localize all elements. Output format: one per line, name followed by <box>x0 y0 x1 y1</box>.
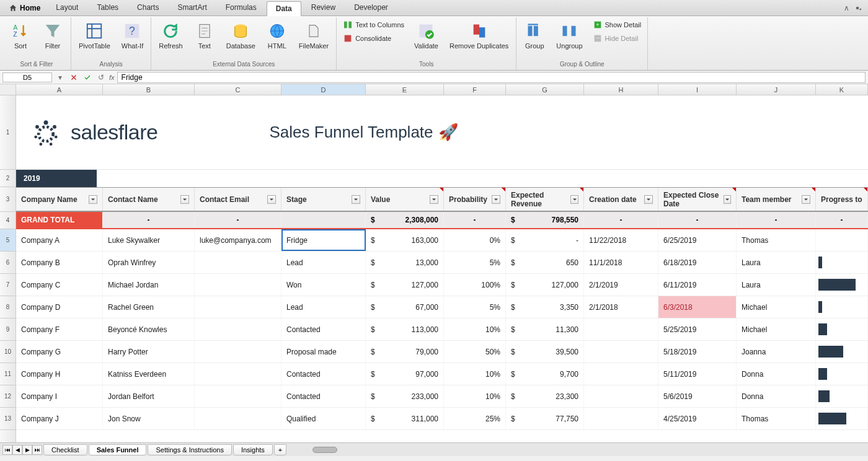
add-sheet-button[interactable]: + <box>274 444 286 455</box>
tab-data[interactable]: Data <box>267 1 301 16</box>
row-header[interactable]: 4 <box>0 212 16 229</box>
name-dropdown-icon[interactable]: ▾ <box>55 72 66 83</box>
column-header[interactable]: I <box>658 84 737 95</box>
column-header[interactable]: J <box>737 84 816 95</box>
total-cell[interactable]: - <box>816 212 868 228</box>
row-header[interactable]: 1 <box>0 95 16 170</box>
filter-dropdown-icon[interactable] <box>802 195 810 204</box>
total-cell[interactable]: - <box>195 212 281 228</box>
table-cell[interactable]: Thomas <box>737 229 816 251</box>
table-cell[interactable] <box>584 408 658 429</box>
table-cell[interactable]: Lead <box>281 252 366 273</box>
table-cell[interactable]: Katniss Everdeen <box>103 363 195 385</box>
tab-tables[interactable]: Tables <box>88 1 127 15</box>
table-cell[interactable]: 5/6/2019 <box>658 385 737 407</box>
column-header[interactable]: A <box>16 84 103 95</box>
table-cell[interactable]: 6/25/2019 <box>658 229 737 251</box>
name-box[interactable]: D5 <box>2 72 52 82</box>
table-cell[interactable]: 6/3/2018 <box>658 296 737 318</box>
table-cell[interactable]: 11/22/2018 <box>584 229 658 251</box>
history-icon[interactable]: ↺ <box>95 72 107 83</box>
home-tab[interactable]: Home <box>2 1 46 15</box>
table-cell[interactable]: Company F <box>16 318 103 340</box>
table-cell[interactable]: Jon Snow <box>103 408 195 429</box>
total-cell[interactable]: - <box>658 212 737 228</box>
table-cell[interactable] <box>195 318 281 340</box>
total-cell[interactable]: - <box>584 212 658 228</box>
tab-formulas[interactable]: Formulas <box>217 1 265 15</box>
table-cell[interactable]: 10% <box>444 363 506 385</box>
table-cell[interactable]: Company A <box>16 229 103 251</box>
ungroup-button[interactable]: Ungroup <box>552 19 586 52</box>
sheet-tab[interactable]: Insights <box>233 444 273 455</box>
table-cell[interactable]: $39,500 <box>506 341 584 362</box>
table-cell[interactable]: Michael <box>737 296 816 318</box>
table-cell[interactable]: 11/1/2018 <box>584 252 658 273</box>
table-cell[interactable]: Beyoncé Knowles <box>103 318 195 340</box>
table-cell[interactable]: Jordan Belfort <box>103 385 195 407</box>
table-cell[interactable]: Oprah Winfrey <box>103 252 195 273</box>
table-cell[interactable] <box>584 363 658 385</box>
cancel-icon[interactable] <box>68 72 79 83</box>
table-cell[interactable]: 5/18/2019 <box>658 341 737 362</box>
text-to-columns-button[interactable]: Text to Columns <box>340 19 407 31</box>
table-cell[interactable]: Company H <box>16 363 103 385</box>
tab-nav-next-icon[interactable]: ▶ <box>22 445 32 455</box>
row-header[interactable]: 9 <box>0 318 16 341</box>
table-cell[interactable]: $311,000 <box>366 408 444 429</box>
table-cell[interactable] <box>195 408 281 429</box>
filter-dropdown-icon[interactable] <box>644 195 653 204</box>
table-cell[interactable]: Contacted <box>281 385 366 407</box>
table-cell[interactable]: $9,700 <box>506 363 584 385</box>
filemaker-button[interactable]: FileMaker <box>295 19 332 52</box>
row-header[interactable]: 2 <box>0 170 16 187</box>
total-cell[interactable]: $2,308,000 <box>366 212 444 228</box>
tab-charts[interactable]: Charts <box>128 1 167 15</box>
table-cell[interactable]: Laura <box>737 252 816 273</box>
whatif-button[interactable]: ? What-If <box>118 19 147 52</box>
table-cell[interactable] <box>816 318 868 340</box>
table-cell[interactable] <box>195 252 281 273</box>
table-cell[interactable]: Fridge▲▼ <box>281 229 366 251</box>
table-cell[interactable] <box>816 296 868 318</box>
table-cell[interactable]: Rachel Green <box>103 296 195 318</box>
filter-dropdown-icon[interactable] <box>430 195 438 204</box>
table-cell[interactable]: 10% <box>444 318 506 340</box>
tab-nav-last-icon[interactable]: ⏭ <box>32 445 42 455</box>
tab-smartart[interactable]: SmartArt <box>169 1 215 15</box>
table-cell[interactable]: 5/11/2019 <box>658 363 737 385</box>
table-cell[interactable]: $97,000 <box>366 363 444 385</box>
sort-button[interactable]: AZ Sort <box>6 19 35 52</box>
filter-dropdown-icon[interactable] <box>267 195 276 204</box>
table-cell[interactable] <box>195 363 281 385</box>
table-cell[interactable]: Donna <box>737 385 816 407</box>
table-cell[interactable]: Harry Potter <box>103 341 195 362</box>
row-header[interactable]: 13 <box>0 408 16 430</box>
filter-dropdown-icon[interactable] <box>352 195 360 204</box>
table-cell[interactable]: Lead <box>281 296 366 318</box>
row-header[interactable]: 7 <box>0 274 16 296</box>
table-cell[interactable] <box>816 363 868 385</box>
table-cell[interactable]: $163,000 <box>366 229 444 251</box>
table-cell[interactable] <box>584 341 658 362</box>
table-cell[interactable] <box>816 341 868 362</box>
table-cell[interactable] <box>584 318 658 340</box>
filter-dropdown-icon[interactable] <box>724 195 731 204</box>
table-cell[interactable] <box>195 296 281 318</box>
table-cell[interactable]: Company B <box>16 252 103 273</box>
table-cell[interactable]: 6/18/2019 <box>658 252 737 273</box>
table-cell[interactable]: Company I <box>16 385 103 407</box>
filter-dropdown-icon[interactable] <box>89 195 97 204</box>
total-cell[interactable]: GRAND TOTAL <box>16 212 103 228</box>
tab-developer[interactable]: Developer <box>345 1 397 15</box>
table-cell[interactable]: 4/25/2019 <box>658 408 737 429</box>
table-cell[interactable]: 0% <box>444 229 506 251</box>
hide-detail-button[interactable]: −Hide Detail <box>590 32 644 45</box>
table-cell[interactable] <box>816 385 868 407</box>
group-button[interactable]: Group <box>520 19 549 52</box>
column-header[interactable]: G <box>506 84 584 95</box>
table-cell[interactable]: $233,000 <box>366 385 444 407</box>
table-cell[interactable]: $77,750 <box>506 408 584 429</box>
table-cell[interactable]: 50% <box>444 341 506 362</box>
table-cell[interactable]: 6/11/2019 <box>658 274 737 296</box>
